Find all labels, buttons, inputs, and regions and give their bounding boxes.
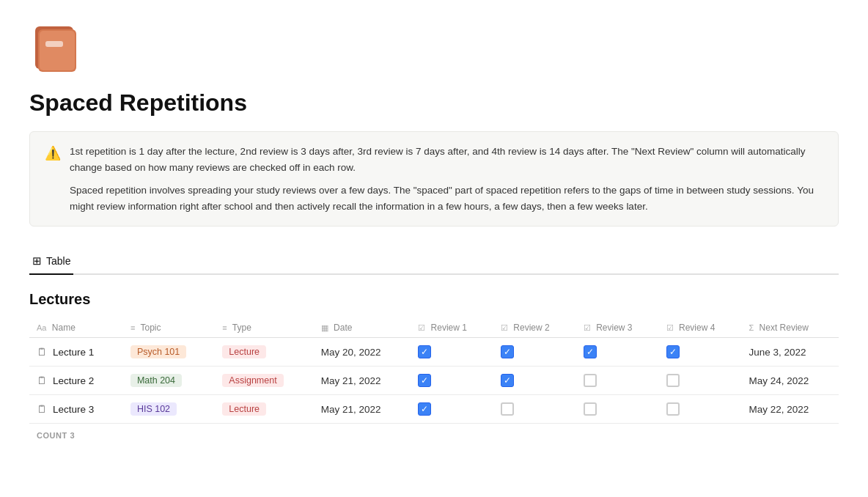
cell-review4[interactable]	[659, 367, 742, 395]
row-name: Lecture 2	[53, 375, 94, 386]
doc-icon: 🗒	[37, 346, 47, 358]
topic-tag: Psych 101	[130, 345, 186, 358]
cell-date: May 21, 2022	[314, 395, 411, 424]
checkbox-unchecked[interactable]	[666, 402, 680, 416]
col-header-date: ▦ Date	[314, 318, 411, 338]
col-icon-review4: ☑	[666, 323, 674, 332]
type-tag: Lecture	[222, 345, 266, 358]
cell-review1[interactable]: ✓	[411, 395, 493, 424]
topic-tag: HIS 102	[130, 402, 177, 416]
cell-review1[interactable]: ✓	[411, 338, 493, 367]
cell-review3[interactable]	[576, 367, 659, 395]
cell-review3[interactable]	[576, 395, 659, 424]
col-icon-next-review: Σ	[749, 323, 754, 332]
cell-type: Lecture	[215, 338, 313, 367]
info-text-1: 1st repetition is 1 day after the lectur…	[70, 144, 823, 175]
type-tag: Assignment	[222, 374, 283, 387]
col-header-next-review: Σ Next Review	[741, 318, 839, 338]
page-title: Spaced Repetitions	[29, 89, 839, 117]
count-label: COUNT	[37, 431, 67, 440]
table-header-row: Aa Name ≡ Topic ≡ Type ▦ Date ☑ Review 1…	[29, 318, 839, 338]
checkbox-checked[interactable]: ✓	[418, 345, 431, 358]
checkbox-checked[interactable]: ✓	[584, 345, 597, 358]
col-header-type: ≡ Type	[215, 318, 313, 338]
checkbox-unchecked[interactable]	[501, 402, 514, 416]
col-icon-type: ≡	[222, 323, 227, 332]
col-icon-review3: ☑	[584, 323, 591, 332]
col-header-review4: ☑ Review 4	[659, 318, 742, 338]
table-row: 🗒 Lecture 2 Math 204 Assignment May 21, …	[29, 367, 839, 395]
col-icon-review2: ☑	[501, 323, 508, 332]
cell-name: 🗒 Lecture 3	[29, 395, 123, 424]
cell-topic: HIS 102	[123, 395, 215, 424]
count-row: COUNT 3	[29, 424, 839, 447]
warning-icon: ⚠️	[45, 145, 61, 214]
type-tag: Lecture	[222, 402, 266, 416]
cell-type: Lecture	[215, 395, 313, 424]
checkbox-checked[interactable]: ✓	[418, 402, 431, 416]
cell-review1[interactable]: ✓	[411, 367, 493, 395]
col-header-name: Aa Name	[29, 318, 123, 338]
cell-review2[interactable]: ✓	[493, 338, 576, 367]
app-logo	[29, 22, 82, 75]
checkbox-checked[interactable]: ✓	[501, 345, 514, 358]
cell-review4[interactable]	[659, 395, 742, 424]
checkbox-checked[interactable]: ✓	[501, 374, 514, 387]
col-icon-date: ▦	[321, 323, 328, 332]
table-row: 🗒 Lecture 3 HIS 102 Lecture May 21, 2022…	[29, 395, 839, 424]
svg-rect-2	[40, 31, 75, 70]
row-name: Lecture 3	[53, 404, 94, 415]
cell-next-review: May 24, 2022	[741, 367, 839, 395]
col-header-review1: ☑ Review 1	[411, 318, 493, 338]
info-text-2: Spaced repetition involves spreading you…	[70, 183, 823, 214]
col-icon-name: Aa	[37, 323, 46, 332]
col-icon-topic: ≡	[130, 323, 135, 332]
checkbox-checked[interactable]: ✓	[666, 345, 680, 358]
table-tab-icon: ⊞	[32, 254, 42, 268]
cell-name: 🗒 Lecture 2	[29, 367, 123, 395]
cell-next-review: May 22, 2022	[741, 395, 839, 424]
cell-next-review: June 3, 2022	[741, 338, 839, 367]
checkbox-unchecked[interactable]	[584, 402, 597, 416]
cell-type: Assignment	[215, 367, 313, 395]
tab-table-label: Table	[46, 255, 70, 267]
table-row: 🗒 Lecture 1 Psych 101 Lecture May 20, 20…	[29, 338, 839, 367]
cell-name: 🗒 Lecture 1	[29, 338, 123, 367]
topic-tag: Math 204	[130, 374, 182, 387]
cell-review2[interactable]: ✓	[493, 367, 576, 395]
col-header-review3: ☑ Review 3	[576, 318, 659, 338]
cell-date: May 20, 2022	[314, 338, 411, 367]
col-icon-review1: ☑	[418, 323, 425, 332]
doc-icon: 🗒	[37, 375, 47, 386]
lectures-table: Aa Name ≡ Topic ≡ Type ▦ Date ☑ Review 1…	[29, 318, 839, 424]
checkbox-checked[interactable]: ✓	[418, 374, 431, 387]
cell-topic: Psych 101	[123, 338, 215, 367]
checkbox-unchecked[interactable]	[666, 374, 680, 387]
doc-icon: 🗒	[37, 403, 47, 415]
cell-review2[interactable]	[493, 395, 576, 424]
col-header-topic: ≡ Topic	[123, 318, 215, 338]
info-box: ⚠️ 1st repetition is 1 day after the lec…	[29, 131, 839, 227]
cell-topic: Math 204	[123, 367, 215, 395]
cell-review4[interactable]: ✓	[659, 338, 742, 367]
tab-table[interactable]: ⊞ Table	[29, 248, 73, 275]
svg-rect-3	[45, 41, 63, 47]
info-box-text: 1st repetition is 1 day after the lectur…	[70, 144, 823, 214]
tab-bar: ⊞ Table	[29, 248, 839, 275]
section-title: Lectures	[29, 291, 839, 308]
row-name: Lecture 1	[53, 347, 94, 358]
col-header-review2: ☑ Review 2	[493, 318, 576, 338]
cell-review3[interactable]: ✓	[576, 338, 659, 367]
checkbox-unchecked[interactable]	[584, 374, 597, 387]
count-value: 3	[70, 431, 75, 440]
cell-date: May 21, 2022	[314, 367, 411, 395]
